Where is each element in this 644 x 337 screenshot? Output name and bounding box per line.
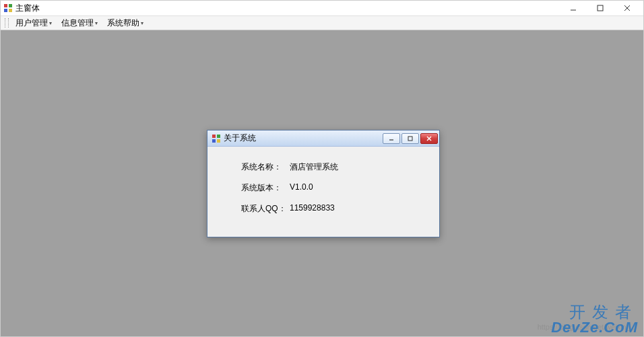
chevron-down-icon: ▾: [49, 20, 52, 26]
menu-label: 用户管理: [15, 17, 48, 29]
faint-url-watermark: https://blog.csdn.net/weixin_...: [538, 323, 637, 331]
svg-rect-1: [9, 4, 12, 7]
dialog-window-controls: [383, 133, 438, 144]
dialog-title: 关于系统: [224, 133, 256, 144]
menu-label: 系统帮助: [107, 17, 139, 29]
dialog-minimize-button[interactable]: [383, 133, 400, 144]
about-dialog: 关于系统 系统名称： 酒店管理系统: [207, 130, 440, 237]
titlebar-left: 主窗体: [3, 3, 40, 14]
info-label: 系统名称：: [241, 161, 290, 173]
dialog-app-icon: [212, 134, 221, 143]
menu-user-management[interactable]: 用户管理 ▾: [11, 16, 56, 30]
main-titlebar[interactable]: 主窗体: [1, 1, 643, 15]
info-label: 联系人QQ：: [241, 203, 290, 215]
svg-rect-9: [217, 135, 220, 138]
menu-system-help[interactable]: 系统帮助 ▾: [103, 16, 148, 30]
svg-rect-5: [598, 5, 603, 11]
watermark-line2: DevZe.CoM: [551, 320, 638, 335]
main-title: 主窗体: [15, 3, 40, 14]
svg-rect-8: [212, 135, 216, 138]
watermark: 开发者 DevZe.CoM: [551, 304, 638, 335]
info-row-system-name: 系统名称： 酒店管理系统: [241, 161, 432, 173]
main-window-controls: [560, 1, 641, 15]
svg-rect-10: [212, 139, 216, 143]
info-label: 系统版本：: [241, 182, 290, 194]
mdi-client-area: 关于系统 系统名称： 酒店管理系统: [1, 30, 643, 336]
info-row-contact-qq: 联系人QQ： 1159928833: [241, 203, 432, 215]
main-window: 主窗体 用户管理 ▾ 信息管理 ▾ 系统帮助 ▾: [0, 0, 644, 337]
watermark-line1: 开发者: [551, 304, 638, 320]
info-row-system-version: 系统版本： V1.0.0: [241, 182, 432, 194]
info-value: 1159928833: [290, 203, 335, 215]
chevron-down-icon: ▾: [141, 20, 143, 26]
dialog-titlebar[interactable]: 关于系统: [207, 130, 439, 147]
maximize-button[interactable]: [587, 1, 614, 15]
menu-info-management[interactable]: 信息管理 ▾: [57, 16, 102, 30]
svg-rect-3: [9, 9, 12, 12]
info-value: 酒店管理系统: [290, 161, 338, 173]
dialog-body: 系统名称： 酒店管理系统 系统版本： V1.0.0 联系人QQ： 1159928…: [207, 147, 439, 237]
svg-rect-0: [4, 4, 7, 7]
info-value: V1.0.0: [290, 182, 313, 194]
menu-label: 信息管理: [61, 17, 94, 29]
app-icon: [3, 3, 13, 13]
svg-rect-2: [4, 9, 7, 12]
menu-grip-icon: [5, 18, 9, 28]
svg-rect-11: [217, 139, 220, 143]
dialog-maximize-button[interactable]: [401, 133, 419, 144]
menubar: 用户管理 ▾ 信息管理 ▾ 系统帮助 ▾: [1, 15, 643, 30]
dialog-title-left: 关于系统: [212, 133, 256, 144]
chevron-down-icon: ▾: [95, 20, 98, 26]
dialog-close-button[interactable]: [420, 133, 438, 144]
svg-rect-13: [408, 137, 412, 141]
minimize-button[interactable]: [560, 1, 587, 15]
close-button[interactable]: [614, 1, 641, 15]
